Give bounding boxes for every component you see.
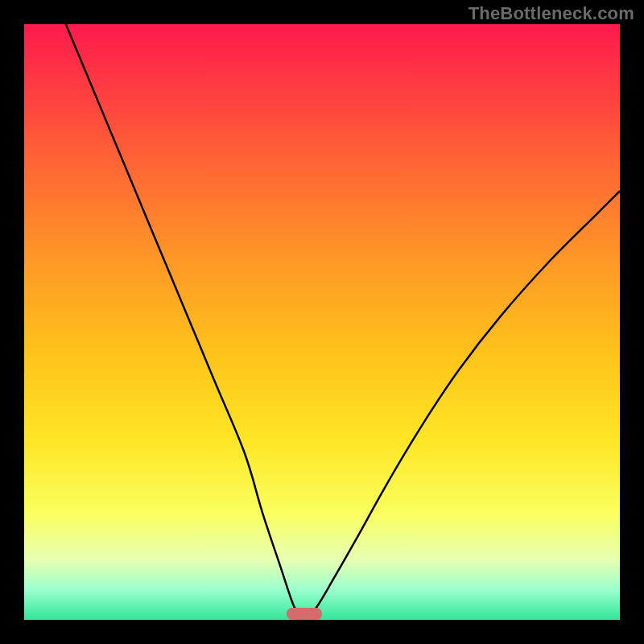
- watermark-text: TheBottleneck.com: [469, 3, 634, 24]
- curve-layer: [24, 24, 620, 620]
- right-curve: [304, 191, 620, 620]
- chart-frame: TheBottleneck.com: [0, 0, 644, 644]
- bottleneck-marker: [287, 608, 322, 620]
- left-curve: [66, 24, 304, 620]
- plot-area: [24, 24, 620, 620]
